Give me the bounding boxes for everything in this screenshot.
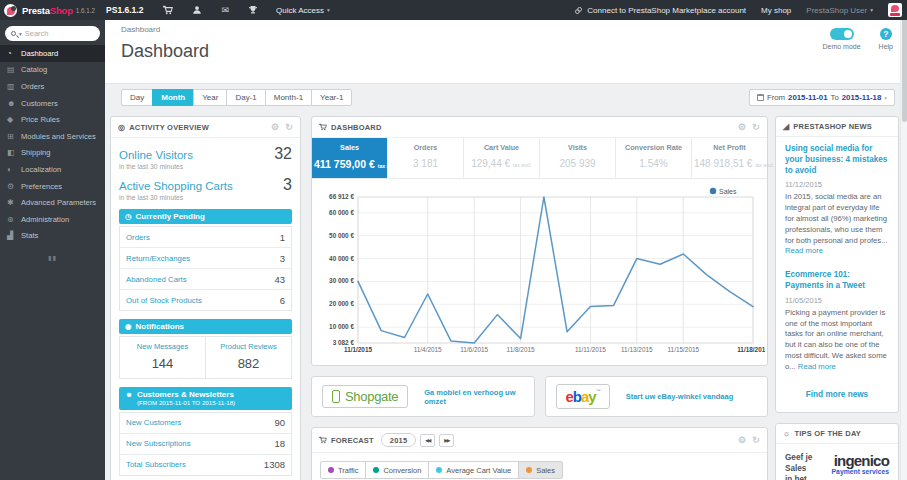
scrollbar-thumb[interactable] <box>902 2 907 122</box>
legend-button-traffic[interactable]: Traffic <box>320 461 366 479</box>
ebay-module-card[interactable]: ebay™ Start uw eBay-winkel vandaag <box>545 376 769 417</box>
sidebar-item-label: Dashboard <box>21 49 58 58</box>
notification-cell-new-messages[interactable]: New Messages144 <box>120 337 205 378</box>
metric-tab-orders[interactable]: Orders3 181 <box>388 138 464 178</box>
metric-tabs: Sales411 759,00 € tax excl.Orders3 181Ca… <box>312 138 767 179</box>
read-more-link[interactable]: Read more <box>798 362 836 371</box>
date-range-picker[interactable]: From2015-11-01 To2015-11-18 ▾ <box>749 89 895 106</box>
refresh-icon[interactable]: ↻ <box>285 122 293 132</box>
svg-text:11/15/2015: 11/15/2015 <box>668 346 700 353</box>
sidebar-item-administration[interactable]: ⊛Administration <box>0 211 105 228</box>
row-label: Orders <box>126 233 150 242</box>
sidebar-item-price-rules[interactable]: ◆Price Rules <box>0 111 105 128</box>
cart-icon[interactable] <box>163 5 173 15</box>
table-row[interactable]: New Customers90 <box>120 413 291 433</box>
range-button-month-1[interactable]: Month-1 <box>265 89 312 106</box>
news-item-excerpt: Picking a payment provider is one of the… <box>785 308 889 373</box>
table-row[interactable]: Out of Stock Products6 <box>120 289 291 310</box>
table-row[interactable]: Total Subscribers1308 <box>120 454 291 475</box>
customers-quick-icon[interactable] <box>192 5 202 15</box>
help-icon[interactable]: ? <box>880 28 892 40</box>
shopgate-link[interactable]: Ga mobiel en verhoog uw omzet <box>424 388 523 406</box>
metric-number: 205 939 <box>559 158 595 169</box>
legend-button-average-cart-value[interactable]: Average Cart Value <box>428 461 519 479</box>
tips-of-the-day-panel: ☼ TIPS OF THE DAY ingenico Payment servi… <box>775 423 899 480</box>
sidebar-item-label: Shipping <box>21 148 51 157</box>
range-button-month[interactable]: Month <box>152 89 194 106</box>
forecast-year[interactable]: 2015 <box>381 433 417 447</box>
refresh-icon[interactable]: ↻ <box>752 122 760 132</box>
shopgate-module-card[interactable]: Shopgate Ga mobiel en verhoog uw omzet <box>311 376 535 417</box>
activity-panel-header: ◎ ACTIVITY OVERVIEW ⚙ ↻ <box>111 117 300 138</box>
shipping-icon: ◧ <box>7 148 21 157</box>
svg-text:50 000 €: 50 000 € <box>329 232 354 239</box>
news-body: Using social media for your business: 4 … <box>776 137 898 412</box>
legend-button-conversion[interactable]: Conversion <box>365 461 429 479</box>
collapse-menu-icon[interactable]: ▮▮ <box>0 254 105 262</box>
pending-rows: Orders1Return/Exchanges3Abandoned Carts4… <box>119 226 292 311</box>
mail-icon[interactable]: ✉ <box>221 5 229 15</box>
range-button-year[interactable]: Year <box>193 89 227 106</box>
range-button-year-1[interactable]: Year-1 <box>311 89 352 106</box>
sidebar-item-advanced-parameters[interactable]: ✱Advanced Parameters <box>0 194 105 211</box>
sidebar-item-preferences[interactable]: ⚙Preferences <box>0 178 105 195</box>
read-more-link[interactable]: Read more <box>785 246 823 255</box>
sidebar-item-localization[interactable]: ◐Localization <box>0 161 105 178</box>
chevron-down-icon[interactable]: ▾ <box>19 31 22 37</box>
sidebar-item-orders[interactable]: ▥Orders <box>0 78 105 95</box>
sidebar-item-customers[interactable]: ☻Customers <box>0 95 105 112</box>
panel-tools: ⚙ ↻ <box>271 122 293 132</box>
metric-tab-cart-value[interactable]: Cart Value129,44 € tax excl. <box>464 138 540 178</box>
sidebar-item-stats[interactable]: ▟Stats <box>0 228 105 245</box>
notification-cell-product-reviews[interactable]: Product Reviews882 <box>205 337 291 378</box>
trophy-icon[interactable] <box>248 5 258 15</box>
find-more-news-link[interactable]: Find more news <box>785 390 889 399</box>
breadcrumb[interactable]: Dashboard <box>121 25 907 34</box>
gear-icon[interactable]: ⚙ <box>738 435 746 445</box>
search-input[interactable] <box>25 29 83 38</box>
table-row[interactable]: New Subscriptions18 <box>120 433 291 454</box>
metric-value: 148 918,51 € tax excl. <box>694 158 765 169</box>
svg-text:20 000 €: 20 000 € <box>329 300 354 307</box>
table-row[interactable]: Orders1 <box>120 227 291 247</box>
sidebar-search[interactable]: ▾ <box>5 26 100 41</box>
range-button-day[interactable]: Day <box>121 89 153 106</box>
brand-name[interactable]: PrestaShop <box>22 5 73 16</box>
user-menu[interactable]: PrestaShop User▾ <box>806 6 873 15</box>
ebay-link[interactable]: Start uw eBay-winkel vandaag <box>626 392 734 401</box>
marketplace-link[interactable]: Connect to PrestaShop Marketplace accoun… <box>574 6 746 15</box>
sidebar-item-dashboard[interactable]: ◔Dashboard <box>0 45 105 62</box>
quick-access-menu[interactable]: Quick Access▾ <box>276 6 330 15</box>
metric-tab-visits[interactable]: Visits205 939 <box>540 138 616 178</box>
news-item-title[interactable]: Using social media for your business: 4 … <box>785 144 889 176</box>
my-shop-link[interactable]: My shop <box>761 6 791 15</box>
gear-icon[interactable]: ⚙ <box>738 122 746 132</box>
refresh-icon[interactable]: ↻ <box>752 435 760 445</box>
row-value: 1308 <box>264 459 285 470</box>
sidebar-item-modules-and-services[interactable]: ⊞Modules and Services <box>0 128 105 145</box>
legend-label: Average Cart Value <box>446 466 511 475</box>
news-item-title[interactable]: Ecommerce 101: Payments in a Tweet <box>785 270 889 292</box>
previous-year-button[interactable]: ◀◀ <box>420 434 435 447</box>
sidebar-item-label: Price Rules <box>21 115 60 124</box>
sidebar-item-label: Stats <box>21 231 38 240</box>
metric-tab-sales[interactable]: Sales411 759,00 € tax excl. <box>312 138 388 178</box>
active-carts-link[interactable]: Active Shopping Carts <box>119 180 233 192</box>
metric-tab-net-profit[interactable]: Net Profit148 918,51 € tax excl. <box>692 138 767 178</box>
table-row[interactable]: Abandoned Carts43 <box>120 268 291 289</box>
table-row[interactable]: Return/Exchanges3 <box>120 247 291 268</box>
range-button-day-1[interactable]: Day-1 <box>226 89 265 106</box>
sidebar-item-shipping[interactable]: ◧Shipping <box>0 145 105 162</box>
next-year-button[interactable]: ▶▶ <box>439 434 454 447</box>
online-visitors-link[interactable]: Online Visitors <box>119 149 193 161</box>
sidebar-item-catalog[interactable]: ▤Catalog <box>0 62 105 79</box>
prestashop-logo-icon[interactable] <box>4 4 17 17</box>
user-icon: ☻ <box>125 390 133 399</box>
legend-button-sales[interactable]: Sales <box>518 461 563 479</box>
demo-mode-toggle[interactable] <box>830 28 854 40</box>
vertical-scrollbar[interactable] <box>900 0 907 480</box>
gear-icon[interactable]: ⚙ <box>271 122 279 132</box>
metric-tab-conversion-rate[interactable]: Conversion Rate1.54% <box>616 138 692 178</box>
avatar[interactable] <box>888 3 902 17</box>
ebay-logo: ebay™ <box>556 384 610 409</box>
